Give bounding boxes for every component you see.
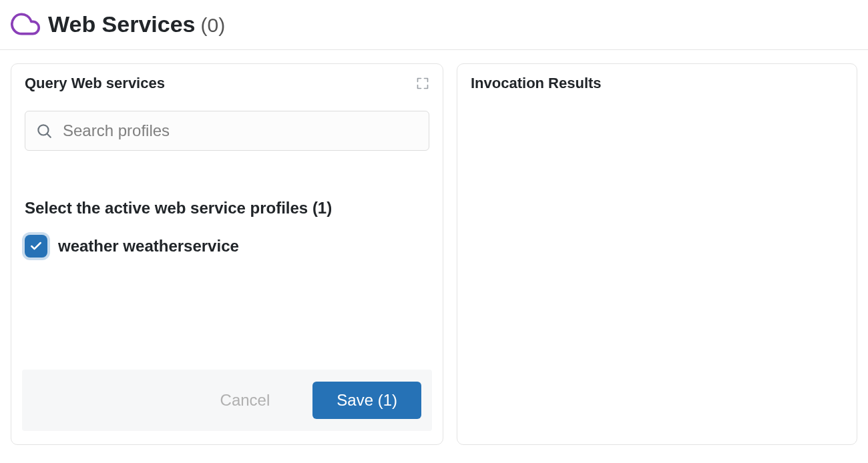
cloud-icon <box>11 9 40 39</box>
query-panel-footer: Cancel Save (1) <box>11 359 443 444</box>
profile-label: weather weatherservice <box>58 237 239 256</box>
save-button[interactable]: Save (1) <box>312 382 421 419</box>
footer-inner: Cancel Save (1) <box>22 370 432 431</box>
page-title-count: (0) <box>201 14 226 37</box>
results-panel-title: Invocation Results <box>471 75 602 92</box>
profile-row[interactable]: weather weatherservice <box>25 235 429 258</box>
page-title: Web Services (0) <box>48 11 225 37</box>
query-panel: Query Web services Select the active web… <box>11 63 443 445</box>
search-wrap <box>25 111 429 151</box>
expand-icon[interactable] <box>416 77 429 90</box>
results-panel: Invocation Results <box>457 63 857 445</box>
page-title-text: Web Services <box>48 11 196 37</box>
query-panel-header: Query Web services <box>11 64 443 97</box>
query-panel-title: Query Web services <box>25 75 165 92</box>
panels-container: Query Web services Select the active web… <box>0 50 868 458</box>
profiles-section-title: Select the active web service profiles (… <box>25 199 429 217</box>
search-input[interactable] <box>25 111 429 151</box>
results-panel-header: Invocation Results <box>457 64 857 97</box>
profile-checkbox[interactable] <box>25 235 47 258</box>
page-header: Web Services (0) <box>0 0 868 50</box>
cancel-button[interactable]: Cancel <box>212 386 278 415</box>
